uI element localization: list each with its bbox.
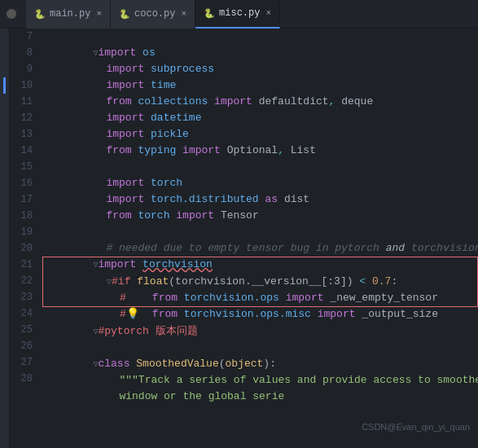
- close-control[interactable]: [7, 9, 16, 19]
- line-num-24: 24: [13, 305, 33, 322]
- watermark: CSDN@Evan_qin_yi_quan: [362, 422, 470, 432]
- line-num-28: 28: [13, 371, 33, 387]
- tab-misc-py[interactable]: 🐍 misc.py ×: [195, 0, 280, 29]
- tab-main-py[interactable]: 🐍 main.py ×: [26, 0, 111, 29]
- code-line-27: """Track a series of values and provide …: [42, 356, 478, 372]
- line-numbers: 7 8 9 10 11 12 13 14 15 16 17 18 19 20 2…: [10, 29, 39, 448]
- code-line-18: [42, 208, 478, 224]
- tab-main-py-label: main.py: [50, 8, 90, 20]
- code-line-10: from collections import defaultdict, deq…: [42, 77, 478, 94]
- code-line-14: [42, 143, 478, 159]
- code-line-13: from typing import Optional, List: [42, 126, 478, 143]
- code-line-25: [42, 323, 478, 340]
- line-num-16: 16: [13, 175, 33, 191]
- line-num-9: 9: [13, 61, 33, 77]
- tab-misc-py-close[interactable]: ×: [265, 8, 271, 18]
- activity-bar: [0, 29, 10, 448]
- python-icon: 🐍: [34, 9, 46, 20]
- tab-misc-py-label: misc.py: [219, 7, 260, 19]
- line-num-25: 25: [13, 322, 33, 338]
- python-icon-3: 🐍: [204, 8, 215, 19]
- line-num-27: 27: [13, 354, 33, 371]
- python-icon-2: 🐍: [119, 9, 130, 20]
- tab-coco-py-label: coco.py: [134, 8, 175, 20]
- code-line-22: #from torchvision.ops import _new_empty_…: [43, 274, 477, 290]
- line-num-26: 26: [13, 338, 33, 354]
- line-num-21: 21: [13, 257, 33, 273]
- active-indicator: [3, 77, 6, 94]
- tab-coco-py[interactable]: 🐍 coco.py ×: [111, 0, 195, 29]
- line-num-13: 13: [13, 126, 33, 143]
- code-line-8: import subprocess: [42, 45, 478, 61]
- line-num-19: 19: [13, 224, 33, 240]
- line-num-15: 15: [13, 159, 33, 175]
- code-line-15: import torch: [42, 159, 478, 175]
- code-line-7: ▽import os: [42, 29, 478, 45]
- code-line-9: import time: [42, 61, 478, 77]
- line-num-23: 23: [13, 289, 33, 305]
- line-num-17: 17: [13, 191, 33, 208]
- code-line-28: window or the global serie: [42, 372, 478, 389]
- line-num-22: 22: [13, 273, 33, 289]
- code-line-16: import torch.distributed as dist: [42, 175, 478, 191]
- editor: 🐍 main.py × 🐍 coco.py × 🐍 misc.py × 7 8 …: [0, 0, 478, 448]
- code-area: 7 8 9 10 11 12 13 14 15 16 17 18 19 20 2…: [0, 29, 478, 448]
- code-line-11: import datetime: [42, 94, 478, 110]
- code-line-21: ▽#if float(torchvision.__version__[:3]) …: [43, 257, 477, 274]
- code-line-12: import pickle: [42, 110, 478, 126]
- line-num-11: 11: [13, 94, 33, 110]
- code-line-17: from torch import Tensor: [42, 191, 478, 208]
- code-line-19: # needed due to empty tensor bug in pyto…: [42, 224, 478, 240]
- tab-bar: 🐍 main.py × 🐍 coco.py × 🐍 misc.py ×: [0, 0, 478, 29]
- line-num-7: 7: [13, 29, 33, 45]
- code-content[interactable]: ▽import os import subprocess import time…: [39, 29, 478, 448]
- code-line-23: #💡from torchvision.ops.misc import _outp…: [43, 290, 477, 306]
- code-line-26: ▽class SmoothedValue(object):: [42, 340, 478, 356]
- tab-coco-py-close[interactable]: ×: [181, 9, 186, 19]
- line-num-12: 12: [13, 110, 33, 126]
- window-controls: [7, 9, 20, 19]
- line-num-20: 20: [13, 240, 33, 257]
- code-line-24: ▽#pytorch 版本问题: [42, 307, 478, 323]
- line-num-14: 14: [13, 143, 33, 159]
- line-num-18: 18: [13, 208, 33, 224]
- code-line-20: ▽import torchvision: [42, 240, 478, 257]
- line-num-10: 10: [13, 77, 33, 94]
- tab-main-py-close[interactable]: ×: [96, 9, 102, 19]
- line-num-8: 8: [13, 45, 33, 61]
